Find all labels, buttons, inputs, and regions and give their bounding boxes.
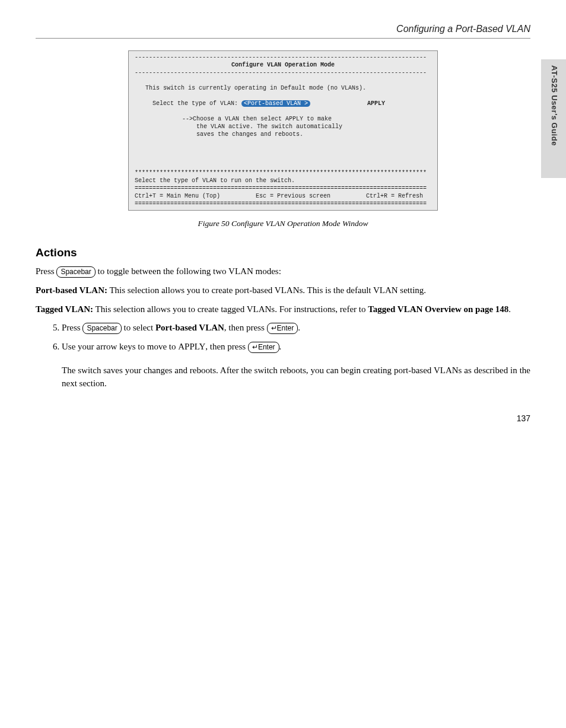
terminal-hint1: -->Choose a VLAN then select APPLY to ma… <box>129 115 437 123</box>
header-right-text: Configuring a Port-Based VLAN <box>36 24 530 34</box>
keycap-spacebar: Spacebar <box>56 266 95 278</box>
terminal-hint2: the VLAN active. The switch automaticall… <box>129 123 437 131</box>
side-tab-text: AT-S25 User's Guide <box>550 65 559 146</box>
keycap-enter-1: ↵Enter <box>267 323 298 334</box>
keycap-spacebar-2: Spacebar <box>82 323 121 334</box>
terminal-select-highlight[interactable]: <Port-based VLAN > <box>241 100 310 107</box>
step-5: Press Spacebar to select Port-based VLAN… <box>62 322 530 335</box>
bullet-port-based: Port-based VLAN: This selection allows y… <box>36 284 530 297</box>
keycap-enter-2: ↵Enter <box>248 342 279 353</box>
section-title-actions: Actions <box>36 246 530 259</box>
figure: ----------------------------------------… <box>36 50 530 228</box>
terminal-title: Configure VLAN Operation Mode <box>129 61 437 69</box>
terminal-select-row: Select the type of VLAN: <Port-based VLA… <box>129 100 437 107</box>
final-para: The switch saves your changes and reboot… <box>62 364 530 390</box>
link-tagged-overview[interactable]: Tagged VLAN Overview on page 148 <box>368 304 508 314</box>
side-tab: AT-S25 User's Guide <box>541 59 566 178</box>
terminal-footer1: Select the type of VLAN to run on the sw… <box>129 177 437 185</box>
figure-caption: Figure 50 Configure VLAN Operation Mode … <box>36 219 530 228</box>
terminal-screenshot: ----------------------------------------… <box>128 50 438 211</box>
para-press-spacebar: Press Spacebar to toggle between the fol… <box>36 265 530 278</box>
terminal-shortcuts: Ctrl+T = Main Menu (Top) Esc = Previous … <box>129 192 437 200</box>
page-header: Configuring a Port-Based VLAN <box>36 24 530 39</box>
terminal-mode-line: This switch is currently operating in De… <box>129 84 437 92</box>
bullet-tagged: Tagged VLAN: This selection allows you t… <box>36 303 530 316</box>
page-number: 137 <box>36 414 530 423</box>
terminal-apply[interactable]: APPLY <box>367 100 385 107</box>
steps-list: Press Spacebar to select Port-based VLAN… <box>36 322 530 354</box>
terminal-hint3: saves the changes and reboots. <box>129 131 437 138</box>
step-6: Use your arrow keys to move to APPLY, th… <box>62 341 530 354</box>
